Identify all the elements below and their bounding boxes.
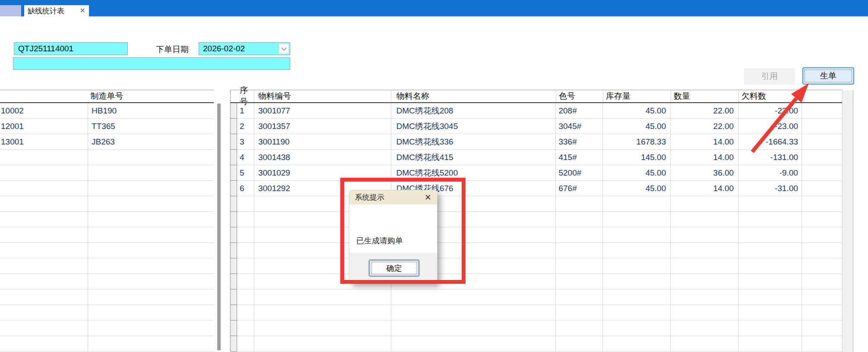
row-marker-cell[interactable] <box>231 243 237 258</box>
row-marker-cell[interactable] <box>231 212 237 227</box>
right-table-cell <box>391 289 556 305</box>
left-table-row[interactable] <box>0 212 214 227</box>
right-table-header-7[interactable]: 欠料数 <box>739 90 802 102</box>
date-dropdown-button[interactable] <box>279 44 289 54</box>
row-marker-cell[interactable] <box>231 181 237 196</box>
row-marker-cell[interactable] <box>231 321 237 336</box>
right-table-cell: 1 <box>237 103 254 118</box>
right-table-header-1[interactable]: 序号 <box>237 90 254 102</box>
order-no-input[interactable]: QTJ251114001 <box>14 42 128 55</box>
right-table-cell <box>738 258 802 273</box>
row-marker-cell[interactable] <box>231 336 237 352</box>
left-table-row[interactable] <box>0 336 214 352</box>
right-table-row[interactable] <box>231 258 842 274</box>
row-marker-cell[interactable] <box>231 305 237 321</box>
right-table-cell <box>556 243 603 258</box>
right-table-row[interactable] <box>231 321 842 336</box>
right-table-row[interactable] <box>231 336 842 352</box>
right-table-cell: 208# <box>556 103 603 118</box>
left-table-row[interactable] <box>0 165 214 181</box>
right-table-row[interactable]: 33001190DMC绣花线336336#1678.3314.00-1664.3… <box>231 134 842 150</box>
left-table-cell <box>88 336 214 351</box>
right-table-row[interactable]: 43001438DMC绣花线415415#145.0014.00-131.00 <box>231 150 842 165</box>
right-table-header-5[interactable]: 库存量 <box>603 90 671 102</box>
right-table-row[interactable] <box>231 227 842 243</box>
row-marker-cell[interactable] <box>231 258 237 274</box>
right-table-cell: 36.00 <box>671 165 738 180</box>
row-marker-cell[interactable] <box>231 165 237 181</box>
left-table-row[interactable] <box>0 227 214 243</box>
left-table-row[interactable] <box>0 289 214 305</box>
left-table-cell <box>88 165 214 180</box>
right-table-cell: -31.00 <box>738 181 802 196</box>
tab-close-icon[interactable]: ✕ <box>80 7 86 14</box>
right-table-header-4[interactable]: 色号 <box>556 90 603 102</box>
right-table-cell <box>671 321 738 336</box>
row-marker-cell[interactable] <box>231 103 237 119</box>
right-table-empty-cell <box>802 165 842 180</box>
right-table-cell: -1664.33 <box>738 134 802 149</box>
right-table-row[interactable]: 13001077DMC绣花线208208#45.0022.00-23.00 <box>231 103 842 119</box>
right-table-header-3[interactable]: 物料名称 <box>391 90 556 102</box>
row-marker-cell[interactable] <box>231 150 237 165</box>
left-table-row[interactable] <box>0 274 214 289</box>
right-table-cell <box>671 305 738 320</box>
left-table-row[interactable] <box>0 258 214 274</box>
left-table-row[interactable] <box>0 321 214 336</box>
right-table-row[interactable] <box>231 289 842 305</box>
row-marker-cell[interactable] <box>231 274 237 289</box>
generate-order-button[interactable]: 生单 <box>802 67 854 85</box>
left-table-row[interactable] <box>0 196 214 212</box>
right-table-cell <box>603 243 671 258</box>
right-table-row[interactable] <box>231 243 842 258</box>
left-table-row[interactable]: 10002HB190 <box>0 103 214 119</box>
left-table-row[interactable] <box>0 181 214 196</box>
left-table-cell <box>0 321 88 336</box>
right-table-row[interactable] <box>231 305 842 321</box>
left-table-cell: 12001 <box>0 119 88 134</box>
right-table-cell: 22.00 <box>671 103 738 118</box>
tab-shortage-report[interactable]: 缺线统计表 ✕ <box>24 5 89 16</box>
right-table-cell: -23.00 <box>738 103 802 118</box>
reference-button[interactable]: 引用 <box>744 68 795 85</box>
right-table-cell <box>237 227 254 242</box>
row-marker-cell[interactable] <box>231 134 237 150</box>
right-table-header-2[interactable]: 物料编号 <box>254 90 391 102</box>
left-table-row[interactable] <box>0 243 214 258</box>
right-table-cell <box>671 274 738 289</box>
right-table-row[interactable] <box>231 196 842 212</box>
row-marker-cell[interactable] <box>231 227 237 243</box>
right-table-row[interactable]: 23001357DMC绣花线30453045#45.0022.00-23.00 <box>231 119 842 134</box>
annotation-highlight-box <box>340 178 466 284</box>
right-table-row[interactable]: 53001029DMC绣花线52005200#45.0036.00-9.00 <box>231 165 842 181</box>
right-table-row[interactable] <box>231 274 842 289</box>
right-table-cell: 1678.33 <box>603 134 671 149</box>
right-table-cell: 22.00 <box>671 119 738 134</box>
left-table-cell: 10002 <box>0 103 88 118</box>
right-table-cell <box>254 305 391 320</box>
row-marker-cell[interactable] <box>231 119 237 134</box>
left-table-cell: JB263 <box>88 134 214 149</box>
left-table-cell: HB190 <box>88 103 214 118</box>
right-table-cell <box>603 274 671 289</box>
left-table-cell <box>0 150 88 165</box>
left-table-header-manufacture-no: 制造单号 <box>0 90 214 102</box>
right-table-empty-cell <box>802 212 842 227</box>
row-marker-cell[interactable] <box>231 289 237 305</box>
order-date-combobox[interactable]: 2026-02-02 <box>199 42 290 55</box>
row-marker-cell[interactable] <box>231 196 237 212</box>
right-table-cell: 3001357 <box>254 119 391 134</box>
left-table-row[interactable] <box>0 150 214 165</box>
right-table-row[interactable] <box>231 212 842 227</box>
remark-input[interactable] <box>13 57 290 70</box>
right-table-scrollbar[interactable] <box>842 90 853 352</box>
left-table-row[interactable] <box>0 305 214 321</box>
order-date-value: 2026-02-02 <box>203 44 245 53</box>
right-table-header-6[interactable]: 数量 <box>671 90 739 102</box>
left-table-row[interactable]: 12001TT365 <box>0 119 214 134</box>
left-table-row[interactable]: 13001JB263 <box>0 134 214 150</box>
right-table-cell: 45.00 <box>603 165 671 180</box>
left-table-scrollbar[interactable] <box>217 104 221 350</box>
right-table-row[interactable]: 63001292DMC绣花线676676#45.0014.00-31.00 <box>231 181 842 196</box>
right-table-cell <box>556 212 603 227</box>
